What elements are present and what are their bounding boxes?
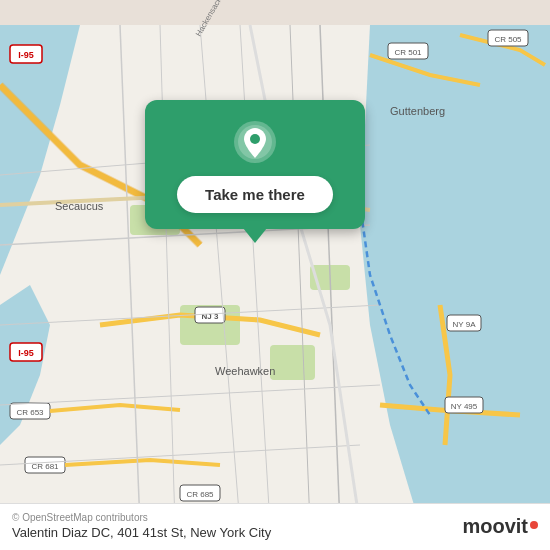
svg-text:CR 653: CR 653 <box>16 408 44 417</box>
svg-text:CR 501: CR 501 <box>394 48 422 57</box>
svg-text:I-95: I-95 <box>18 348 34 358</box>
take-me-there-button[interactable]: Take me there <box>177 176 333 213</box>
svg-text:NY 9A: NY 9A <box>453 320 477 329</box>
svg-text:Secaucus: Secaucus <box>55 200 104 212</box>
svg-text:I-95: I-95 <box>18 50 34 60</box>
svg-point-45 <box>250 134 260 144</box>
popup-card: Take me there <box>145 100 365 229</box>
map-background: I-95 NJ 3 CR 501 CR 505 NY 9A NY 495 CR <box>0 0 550 550</box>
location-pin-icon <box>233 120 277 164</box>
svg-text:Weehawken: Weehawken <box>215 365 275 377</box>
moovit-logo-dot <box>530 521 538 529</box>
bottom-bar: © OpenStreetMap contributors Valentin Di… <box>0 503 550 550</box>
app: I-95 NJ 3 CR 501 CR 505 NY 9A NY 495 CR <box>0 0 550 550</box>
svg-text:CR 505: CR 505 <box>494 35 522 44</box>
moovit-logo-text: moovit <box>462 515 528 538</box>
location-label: Valentin Diaz DC, 401 41st St, New York … <box>12 525 271 540</box>
moovit-logo: moovit <box>462 515 538 538</box>
map-attribution: © OpenStreetMap contributors <box>12 512 271 523</box>
bottom-bar-left: © OpenStreetMap contributors Valentin Di… <box>12 512 271 540</box>
map-container: I-95 NJ 3 CR 501 CR 505 NY 9A NY 495 CR <box>0 0 550 550</box>
svg-text:NY 495: NY 495 <box>451 402 478 411</box>
svg-rect-6 <box>270 345 315 380</box>
svg-text:CR 685: CR 685 <box>186 490 214 499</box>
svg-text:Guttenberg: Guttenberg <box>390 105 445 117</box>
